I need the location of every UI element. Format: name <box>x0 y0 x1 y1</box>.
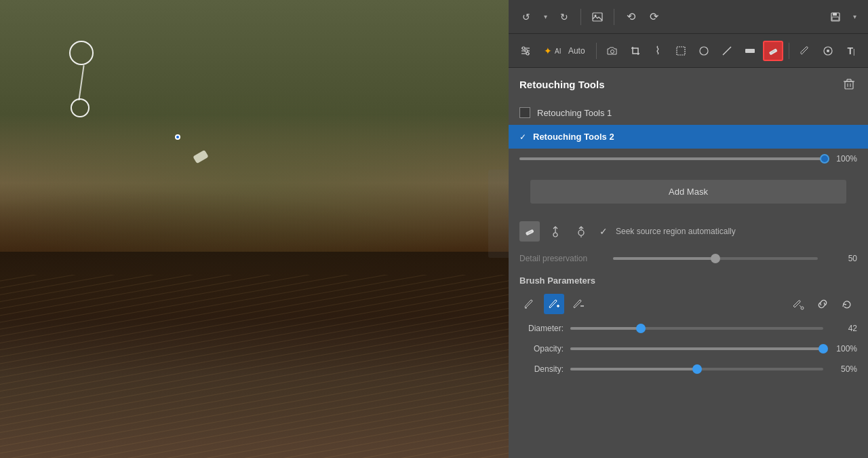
save-button[interactable] <box>826 7 845 26</box>
svg-point-39 <box>801 307 804 309</box>
brush-add-button[interactable] <box>519 294 540 314</box>
svg-rect-13 <box>677 47 685 55</box>
brush-erase-plus-icon <box>548 298 560 310</box>
image-button[interactable] <box>588 7 607 26</box>
mask-icon <box>823 45 833 56</box>
diameter-fill <box>570 327 641 330</box>
brush-erase-plus-button[interactable] <box>544 294 564 314</box>
density-row: Density: 50% <box>509 359 868 379</box>
brush-opacity-slider[interactable] <box>570 347 823 350</box>
tune-button[interactable] <box>515 41 536 61</box>
retouch-circle-2[interactable] <box>71 98 90 117</box>
svg-point-9 <box>525 50 528 52</box>
density-fill <box>570 368 697 370</box>
seek-checkmark: ✓ <box>599 226 608 237</box>
retouch-mode-button[interactable] <box>519 221 540 242</box>
save-icon <box>830 12 841 22</box>
svg-rect-16 <box>745 49 755 53</box>
svg-point-30 <box>553 233 557 237</box>
delete-button[interactable] <box>841 76 857 92</box>
straighten-icon: ⌇ <box>655 44 660 57</box>
camera-button[interactable] <box>602 41 623 61</box>
toolbar2-sep1 <box>596 43 597 59</box>
opacity-slider-thumb[interactable] <box>820 154 829 164</box>
brush-subtract-icon <box>572 298 585 310</box>
move-tool-button[interactable] <box>545 221 566 242</box>
svg-rect-21 <box>845 81 853 89</box>
select-button[interactable] <box>671 41 691 61</box>
text-button[interactable]: T | <box>841 41 861 61</box>
water-shimmer <box>0 275 509 458</box>
color-sample-button[interactable] <box>788 294 808 314</box>
opacity-value: 100% <box>831 154 857 164</box>
redo-button[interactable]: ↻ <box>555 7 574 26</box>
brush-tools-row <box>509 290 868 318</box>
paint-brush-button[interactable] <box>795 41 815 61</box>
rotate-cw-icon: ⟳ <box>650 10 658 23</box>
undo-dropdown-button[interactable]: ▾ <box>540 7 551 26</box>
brush-opacity-row: Opacity: 100% <box>509 339 868 359</box>
svg-text:AI: AI <box>555 47 561 55</box>
opacity-slider-track[interactable] <box>519 157 825 160</box>
section-title: Retouching Tools <box>519 79 605 90</box>
undo-icon: ↺ <box>522 12 530 22</box>
detail-slider-thumb[interactable] <box>711 254 720 263</box>
density-slider[interactable] <box>570 368 823 370</box>
retouch-circle-1[interactable] <box>69 41 94 65</box>
crop-button[interactable] <box>625 41 646 61</box>
gradient-button[interactable] <box>717 41 737 61</box>
reset-button[interactable] <box>837 294 857 314</box>
layer-item-1[interactable]: Retouching Tools 1 <box>509 100 868 125</box>
retouch-mode-icon <box>524 225 536 237</box>
undo-button[interactable]: ↺ <box>517 7 536 26</box>
brush-opacity-value: 100% <box>830 344 857 354</box>
rotate-cw-button[interactable]: ⟳ <box>644 7 663 26</box>
retouch-source-dot[interactable] <box>175 134 180 140</box>
rotate-ccw-icon: ⟲ <box>627 10 635 23</box>
auto-label: Auto <box>568 46 585 56</box>
text-cursor-icon: | <box>853 48 855 56</box>
toolbar2-sep2 <box>789 43 789 59</box>
svg-point-12 <box>610 50 614 53</box>
straighten-button[interactable]: ⌇ <box>648 41 669 61</box>
trash-icon <box>843 78 855 90</box>
image-icon <box>592 12 603 22</box>
seek-source-label: Seek source region automatically <box>616 227 736 236</box>
clone-tool-button[interactable] <box>571 221 591 242</box>
diameter-thumb[interactable] <box>636 324 646 333</box>
brush-params-header: Brush Parameters <box>509 269 868 290</box>
layer-checkbox-1[interactable] <box>519 107 530 118</box>
canvas-area[interactable] <box>0 0 509 458</box>
retouch-button[interactable] <box>763 41 783 61</box>
detail-preservation-row: Detail preservation 50 <box>509 248 868 269</box>
svg-point-32 <box>578 230 584 235</box>
toolbar-separator-2 <box>614 9 614 25</box>
toolbar-separator-1 <box>580 9 581 25</box>
panel-content: Retouching Tools Retouching Tools 1 ✓ <box>509 68 868 458</box>
layer-item-2[interactable]: ✓ Retouching Tools 2 <box>509 125 868 149</box>
opacity-row: 100% <box>509 149 868 169</box>
diameter-slider[interactable] <box>570 327 823 330</box>
text-icon: T <box>847 45 853 56</box>
fill-button[interactable] <box>740 41 760 61</box>
layer-name-1: Retouching Tools 1 <box>537 108 612 118</box>
mask-button[interactable] <box>818 41 838 61</box>
brush-params-title: Brush Parameters <box>519 275 595 286</box>
brush-opacity-thumb[interactable] <box>818 344 828 354</box>
opacity-slider-fill <box>519 157 825 160</box>
reset-icon <box>841 298 853 310</box>
density-thumb[interactable] <box>692 364 702 374</box>
add-mask-button[interactable]: Add Mask <box>530 180 846 204</box>
rotate-ccw-button[interactable]: ⟲ <box>621 7 640 26</box>
toolbar-row1: ↺ ▾ ↻ ⟲ ⟳ ▾ <box>509 0 868 34</box>
ai-icon: AI <box>555 46 564 56</box>
ellipse-button[interactable] <box>694 41 714 61</box>
detail-slider[interactable] <box>613 257 818 260</box>
link-button[interactable] <box>812 294 833 314</box>
auto-button[interactable]: ✦ AI Auto <box>538 43 591 59</box>
density-value: 50% <box>830 364 857 374</box>
diameter-value: 42 <box>830 324 857 333</box>
layer-checkmark-2: ✓ <box>519 132 526 142</box>
brush-subtract-button[interactable] <box>568 294 589 314</box>
save-dropdown-button[interactable]: ▾ <box>849 7 860 26</box>
